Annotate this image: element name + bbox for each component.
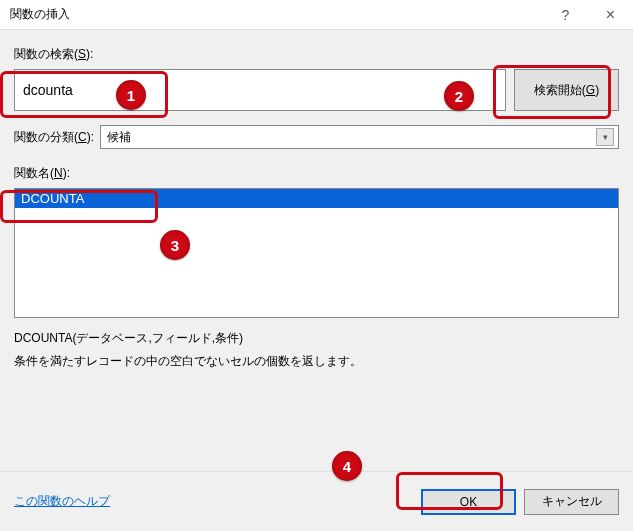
function-description: 条件を満たすレコードの中の空白でないセルの個数を返します。 (14, 353, 619, 370)
function-signature: DCOUNTA(データベース,フィールド,条件) (14, 330, 619, 347)
search-row: 検索開始(G) (14, 69, 619, 111)
category-select[interactable]: 候補 ▾ (100, 125, 619, 149)
cancel-button[interactable]: キャンセル (524, 489, 619, 515)
list-item[interactable]: DCOUNTA (15, 189, 618, 208)
chevron-down-icon: ▾ (596, 128, 614, 146)
category-label: 関数の分類(C): (14, 129, 94, 146)
category-row: 関数の分類(C): 候補 ▾ (14, 125, 619, 149)
function-name-label: 関数名(N): (14, 165, 619, 182)
search-label: 関数の検索(S): (14, 46, 619, 63)
footer-bar: この関数のヘルプ OK キャンセル (0, 471, 633, 531)
search-input[interactable] (14, 69, 506, 111)
close-button[interactable]: × (588, 0, 633, 30)
titlebar: 関数の挿入 ? × (0, 0, 633, 30)
dialog-body: 関数の検索(S): 検索開始(G) 関数の分類(C): 候補 ▾ 関数名(N):… (0, 30, 633, 531)
window-title: 関数の挿入 (10, 6, 543, 23)
ok-button[interactable]: OK (421, 489, 516, 515)
function-listbox[interactable]: DCOUNTA (14, 188, 619, 318)
help-link[interactable]: この関数のヘルプ (14, 493, 110, 510)
category-selected: 候補 (107, 129, 131, 146)
help-button[interactable]: ? (543, 0, 588, 30)
search-start-button[interactable]: 検索開始(G) (514, 69, 619, 111)
